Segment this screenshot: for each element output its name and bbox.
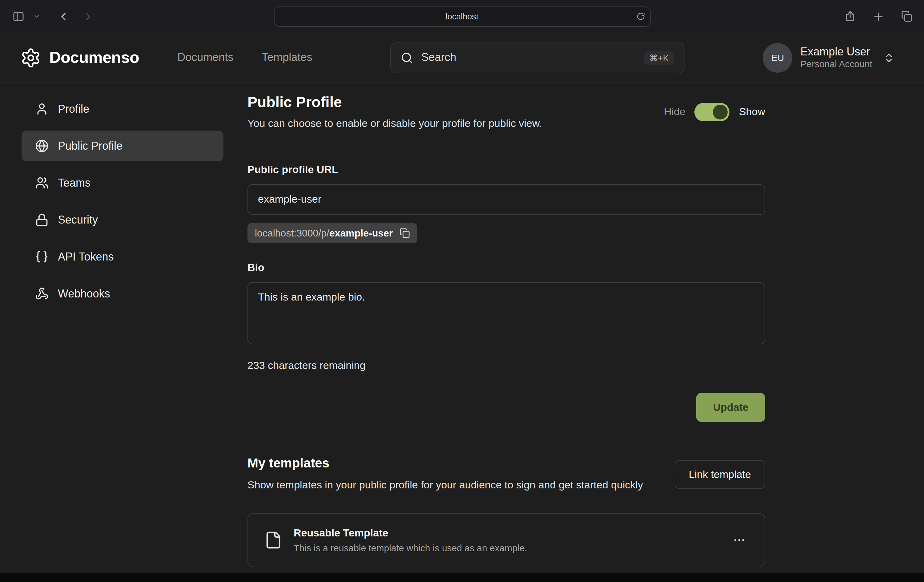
- forward-icon[interactable]: [79, 8, 97, 25]
- characters-remaining: 233 characters remaining: [248, 360, 765, 372]
- search-icon: [401, 51, 413, 64]
- sidebar-toggle-icon[interactable]: [10, 8, 27, 25]
- refresh-icon[interactable]: [634, 10, 647, 23]
- template-name: Reusable Template: [294, 527, 527, 540]
- template-info: Reusable Template This is a reusable tem…: [294, 527, 527, 553]
- show-label: Show: [739, 106, 765, 118]
- user-meta: Example User Personal Account: [800, 45, 872, 71]
- user-account-type: Personal Account: [800, 59, 872, 71]
- bio-label: Bio: [248, 262, 765, 274]
- app-header: Documenso Documents Templates Search ⌘+K…: [0, 33, 924, 83]
- page-body: Profile Public Profile Teams Security: [0, 83, 924, 567]
- user-icon: [35, 102, 49, 116]
- file-icon: [264, 531, 282, 550]
- template-card: Reusable Template This is a reusable tem…: [248, 513, 765, 567]
- hide-label: Hide: [664, 106, 685, 118]
- settings-sidebar: Profile Public Profile Teams Security: [21, 94, 223, 567]
- profile-url-input[interactable]: [248, 184, 765, 215]
- chevron-down-icon[interactable]: [31, 10, 43, 22]
- my-templates-description: Show templates in your public profile fo…: [248, 477, 643, 494]
- back-icon[interactable]: [55, 8, 72, 25]
- sidebar-item-profile[interactable]: Profile: [21, 94, 223, 124]
- update-button[interactable]: Update: [696, 393, 765, 422]
- search-input[interactable]: Search ⌘+K: [390, 42, 685, 73]
- window-bottom-strip: [0, 573, 924, 582]
- webhook-icon: [35, 287, 49, 301]
- sidebar-item-label: Webhooks: [58, 287, 110, 300]
- switch-knob: [713, 104, 728, 119]
- users-icon: [35, 176, 49, 190]
- ellipsis-menu-icon[interactable]: [730, 531, 749, 550]
- url-bar[interactable]: localhost: [274, 6, 650, 26]
- brand[interactable]: Documenso: [20, 47, 139, 68]
- template-description: This is a reusable template which is use…: [294, 543, 527, 553]
- profile-url-preview-text: localhost:3000/p/example-user: [255, 228, 393, 239]
- sidebar-item-label: Teams: [58, 177, 91, 189]
- user-name: Example User: [800, 45, 872, 59]
- search-shortcut: ⌘+K: [644, 51, 674, 64]
- browser-chrome: localhost: [0, 0, 924, 33]
- braces-icon: [35, 250, 49, 264]
- sidebar-item-api-tokens[interactable]: API Tokens: [21, 241, 223, 272]
- sidebar-item-public-profile[interactable]: Public Profile: [21, 131, 223, 161]
- nav-documents[interactable]: Documents: [177, 51, 233, 64]
- sidebar-item-label: Public Profile: [58, 139, 122, 152]
- documenso-logo-icon: [20, 47, 41, 68]
- bio-textarea[interactable]: This is an example bio.: [248, 282, 765, 344]
- brand-name: Documenso: [49, 48, 139, 67]
- url-text: localhost: [446, 12, 478, 21]
- copy-icon[interactable]: [399, 228, 410, 238]
- chevrons-up-down-icon: [883, 52, 894, 63]
- nav-templates[interactable]: Templates: [262, 51, 312, 64]
- profile-url-label: Public profile URL: [248, 164, 765, 176]
- avatar: EU: [763, 43, 792, 72]
- share-icon[interactable]: [842, 8, 859, 25]
- divider: [248, 147, 765, 147]
- profile-visibility-switch[interactable]: [695, 103, 730, 121]
- profile-url-preview: localhost:3000/p/example-user: [248, 223, 417, 243]
- visibility-toggle-group: Hide Show: [664, 103, 765, 121]
- sidebar-item-security[interactable]: Security: [21, 205, 223, 235]
- new-tab-icon[interactable]: [870, 8, 887, 25]
- link-template-button[interactable]: Link template: [675, 460, 765, 489]
- search-placeholder: Search: [421, 51, 456, 64]
- globe-icon: [35, 139, 49, 153]
- page-subtitle: You can choose to enable or disable your…: [248, 117, 542, 130]
- sidebar-item-teams[interactable]: Teams: [21, 167, 223, 198]
- sidebar-item-label: Security: [58, 213, 98, 227]
- my-templates-title: My templates: [248, 456, 643, 471]
- main-content: Public Profile You can choose to enable …: [248, 94, 765, 567]
- lock-icon: [35, 213, 49, 227]
- sidebar-item-webhooks[interactable]: Webhooks: [21, 278, 223, 309]
- sidebar-item-label: Profile: [58, 103, 89, 116]
- sidebar-item-label: API Tokens: [58, 250, 114, 263]
- page-title: Public Profile: [248, 94, 542, 111]
- user-menu[interactable]: EU Example User Personal Account: [763, 43, 894, 72]
- tab-overview-icon[interactable]: [898, 8, 916, 25]
- main-nav: Documents Templates: [177, 51, 312, 64]
- browser-window: localhost Documenso Documents: [0, 0, 924, 582]
